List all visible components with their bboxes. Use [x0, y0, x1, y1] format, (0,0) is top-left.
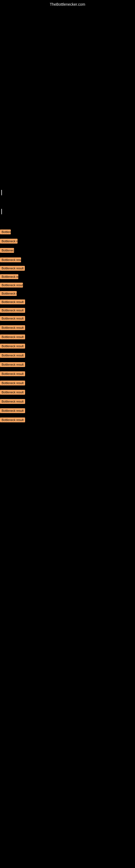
list-item: Bottleneck result [0, 388, 135, 397]
bottleneck-badge[interactable]: Bottleneck result [0, 239, 17, 244]
list-item: Bottleneck result [0, 342, 135, 351]
bottleneck-badge[interactable]: Bottleneck result [0, 316, 25, 321]
list-item: Bottleneck result [0, 264, 135, 272]
list-item: Bottleneck result [0, 361, 135, 370]
bottleneck-badge[interactable]: Bottleneck result [0, 399, 25, 404]
list-item: Bottleneck result [0, 416, 135, 425]
list-item: Bottleneck result [0, 289, 135, 298]
list-item: Bottleneck result [0, 333, 135, 342]
list-item: Bottleneck result [0, 298, 135, 306]
list-item: Bottleneck result [0, 237, 135, 246]
bottleneck-badge[interactable]: Bottleneck result [0, 371, 25, 376]
bottleneck-list: Bottleneck result Bottleneck result Bott… [0, 228, 135, 425]
list-item: Bottleneck result [0, 370, 135, 379]
list-item: Bottleneck result [0, 407, 135, 416]
bottleneck-badge[interactable]: Bottleneck result [0, 257, 21, 262]
bottleneck-badge[interactable]: Bottleneck result [0, 291, 17, 296]
list-item: Bottleneck result [0, 281, 135, 289]
bottleneck-badge[interactable]: Bottleneck result [0, 417, 25, 422]
content-area: Bottleneck result Bottleneck result Bott… [0, 190, 135, 425]
bottleneck-badge[interactable]: Bottleneck result [0, 408, 25, 413]
bottleneck-badge[interactable]: Bottleneck result [0, 283, 23, 287]
list-item: Bottleneck result [0, 272, 135, 281]
gap-2 [0, 222, 135, 228]
list-item: Bottleneck result [0, 351, 135, 361]
list-item: Bottleneck result [0, 255, 135, 264]
bottleneck-badge[interactable]: Bottleneck result [0, 248, 14, 253]
cursor-line-1 [1, 190, 2, 195]
bottleneck-badge[interactable]: Bottleneck result [0, 344, 25, 348]
site-title: TheBottlenecker.com [50, 2, 85, 6]
bottleneck-badge[interactable]: Bottleneck result [0, 229, 11, 235]
bottleneck-badge[interactable]: Bottleneck result [0, 308, 25, 313]
cursor-line-2 [1, 209, 2, 214]
bottleneck-badge[interactable]: Bottleneck result [0, 266, 25, 271]
list-item: Bottleneck result [0, 323, 135, 333]
bottleneck-badge[interactable]: Bottleneck result [0, 390, 25, 395]
list-item: Bottleneck result [0, 306, 135, 314]
bottleneck-badge[interactable]: Bottleneck result [0, 380, 25, 385]
list-item: Bottleneck result [0, 246, 135, 255]
list-item: Bottleneck result [0, 314, 135, 323]
bottleneck-badge[interactable]: Bottleneck result [0, 362, 25, 367]
bottleneck-badge[interactable]: Bottleneck result [0, 353, 25, 358]
bottleneck-badge[interactable]: Bottleneck result [0, 274, 18, 279]
list-item: Bottleneck result [0, 397, 135, 407]
bottleneck-badge[interactable]: Bottleneck result [0, 300, 25, 304]
bottleneck-badge[interactable]: Bottleneck result [0, 335, 25, 339]
bottleneck-badge[interactable]: Bottleneck result [0, 325, 25, 330]
list-item: Bottleneck result [0, 379, 135, 388]
list-item: Bottleneck result [0, 228, 135, 237]
gap-1 [0, 204, 135, 209]
